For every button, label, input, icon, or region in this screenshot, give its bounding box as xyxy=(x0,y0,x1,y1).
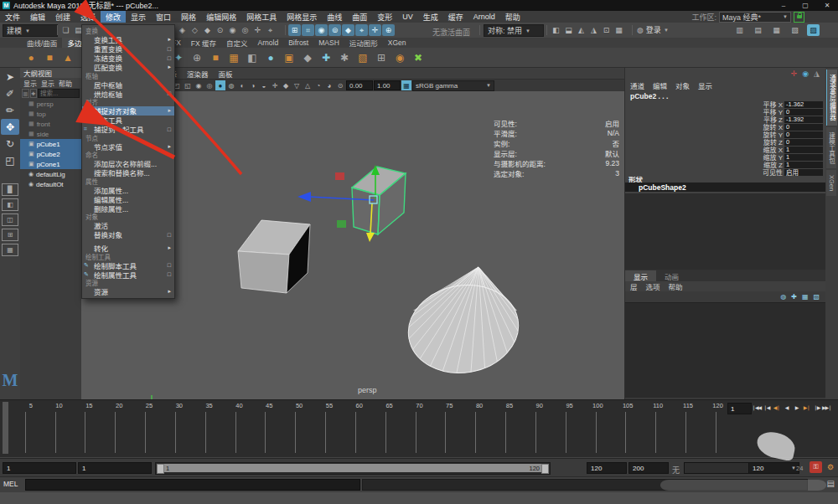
menu-bar-item[interactable]: 曲线 xyxy=(322,11,347,23)
outliner-item[interactable]: ▣ pCube1 xyxy=(20,139,81,149)
outliner-item[interactable]: ◉ defaultLig xyxy=(20,169,81,179)
colorspace-icon[interactable]: ▦ xyxy=(401,80,411,90)
shelf-tool-icon[interactable]: ● xyxy=(23,50,39,65)
auto-keyframe-button[interactable]: ⚿ xyxy=(810,461,822,473)
menu-item[interactable]: 变换工具 xyxy=(82,35,174,44)
menu-bar-item[interactable]: 编辑网格 xyxy=(201,11,241,23)
shelf-tool-icon[interactable]: ◆ xyxy=(300,50,315,65)
colorspace-dropdown[interactable]: sRGB gamma ▼ xyxy=(412,80,494,91)
menu-item[interactable]: 重置变换 xyxy=(82,44,174,54)
viewport-toolbar-icon[interactable]: ✛ xyxy=(270,80,280,90)
selection-mask-icon[interactable]: ◈ xyxy=(176,24,189,36)
selection-mask-icon[interactable]: ⊙ xyxy=(214,24,226,36)
shelf-tab[interactable]: 曲线/曲面 xyxy=(22,38,62,48)
viewport-toolbar-icon[interactable]: ● xyxy=(215,80,225,90)
outliner-item[interactable]: ▦ top xyxy=(20,109,81,119)
shelf-tab[interactable]: 运动图形 xyxy=(344,38,383,48)
menu-bar-item[interactable]: 变形 xyxy=(372,11,397,23)
menu-item[interactable]: 编辑属性... xyxy=(82,194,174,203)
layer-editor-menu-item[interactable]: 选项 xyxy=(646,281,660,291)
channel-value-field[interactable]: 0 xyxy=(784,109,823,116)
channel-box-menu-item[interactable]: 显示 xyxy=(698,80,712,90)
viewport-toolbar-icon[interactable]: ◔ xyxy=(313,80,323,90)
render-icon[interactable]: ⊡ xyxy=(600,24,613,36)
playback-button[interactable]: ❘▶ xyxy=(812,402,821,413)
snap-icon[interactable]: ⊚ xyxy=(328,24,341,36)
outliner-item[interactable]: ◉ defaultOt xyxy=(20,179,81,189)
shelf-tool-icon[interactable]: ▦ xyxy=(226,50,241,65)
close-button[interactable]: ✕ xyxy=(816,0,838,11)
selection-mask-icon[interactable]: ✛ xyxy=(251,24,264,36)
range-handle-right[interactable] xyxy=(541,464,549,474)
shelf-tool-icon[interactable]: ⊕ xyxy=(189,50,204,65)
snap-icon[interactable]: ◆ xyxy=(342,24,354,36)
outliner-item[interactable]: ▣ pCone1 xyxy=(20,159,81,169)
layout-button[interactable]: ▦ xyxy=(2,244,18,256)
mode-dropdown[interactable]: 建模 ▼ xyxy=(3,24,58,37)
layout-button[interactable]: ◧ xyxy=(2,198,18,211)
workspace-dropdown[interactable]: Maya 经典* ▼ xyxy=(719,12,791,23)
sign-in-control[interactable]: ◍ 登录 ▼ xyxy=(637,24,669,35)
sidebar-toggle-icon[interactable]: ▧ xyxy=(789,24,801,36)
object-name[interactable]: pCube2 . . . xyxy=(630,92,668,100)
playhead[interactable] xyxy=(3,402,8,454)
playback-end-field[interactable]: 120 xyxy=(587,462,627,474)
menu-bar-item[interactable]: 编辑 xyxy=(25,11,50,23)
render-icon[interactable]: ◧ xyxy=(550,24,562,36)
command-input[interactable] xyxy=(25,479,360,491)
menu-bar-item[interactable]: 网格 xyxy=(176,11,201,23)
outliner-menu-item[interactable]: 帮助 xyxy=(59,79,72,88)
channel-value-field[interactable]: 启用 xyxy=(784,169,823,176)
viewport-menu-item[interactable]: 面板 xyxy=(219,69,233,79)
shelf-tab[interactable]: FX 缓存 xyxy=(186,38,221,48)
shelf-tool-icon[interactable]: ■ xyxy=(208,50,223,65)
playback-button[interactable]: ▶❘ xyxy=(802,402,811,413)
sidebar-tab[interactable]: 建模工具包 xyxy=(826,127,836,169)
menu-item[interactable]: 添加层次名称前缀... xyxy=(82,159,174,168)
menu-bar-item[interactable]: 窗口 xyxy=(151,11,176,23)
menu-bar-item[interactable]: 选择 xyxy=(75,11,101,23)
layer-action-icon[interactable]: ▦ xyxy=(802,293,809,301)
time-slider[interactable]: 5 10 15 20 25 xyxy=(0,399,838,457)
current-frame-field[interactable]: 1 xyxy=(727,403,752,414)
outliner-item[interactable]: ▦ side xyxy=(20,129,81,139)
workspace-lock-button[interactable] xyxy=(794,12,804,23)
range-slider[interactable]: 1 120 xyxy=(155,462,551,475)
menu-bar-item[interactable]: 显示 xyxy=(126,11,151,23)
viewport-toolbar-icon[interactable]: ◆ xyxy=(281,80,291,90)
viewport-toolbar-icon[interactable]: ⊙ xyxy=(335,80,345,90)
channel-value-field[interactable]: 1 xyxy=(784,154,823,161)
menu-bar-item[interactable]: 文件 xyxy=(0,11,25,23)
playback-button[interactable]: ❘◀◀ xyxy=(752,402,761,413)
sidebar-toggle-icon[interactable]: ▦ xyxy=(770,24,783,36)
layer-editor-menu-item[interactable]: 帮助 xyxy=(669,281,683,291)
playback-button[interactable]: ▶ xyxy=(792,402,801,413)
sidebar-toggle-icon[interactable]: ▤ xyxy=(752,24,764,36)
snap-icon[interactable]: ⌖ xyxy=(355,24,368,36)
outliner-item[interactable]: ▣ pCube2 xyxy=(20,149,81,159)
menu-bar-item[interactable]: 曲面 xyxy=(347,11,372,23)
viewport-toolbar-icon[interactable]: ◑ xyxy=(248,80,258,90)
shelf-tab[interactable]: Arnold xyxy=(253,38,284,48)
layer-editor-menu-item[interactable]: 层 xyxy=(630,281,638,291)
playback-button[interactable]: ◀❘ xyxy=(772,402,781,413)
layer-action-icon[interactable]: ✚ xyxy=(791,293,797,301)
menu-item[interactable]: ⌖ 对齐工具 xyxy=(82,116,174,125)
shelf-tool-icon[interactable]: ◧ xyxy=(245,50,260,65)
sidebar-toggle-icon[interactable]: ▥ xyxy=(733,24,746,36)
selection-mask-icon[interactable]: ◇ xyxy=(189,24,201,36)
viewport-toolbar-icon[interactable]: ◒ xyxy=(259,80,269,90)
time-ruler[interactable]: 5 10 15 20 25 xyxy=(3,401,723,456)
channel-value-field[interactable]: 0 xyxy=(784,124,823,131)
sidebar-tab[interactable]: 通道盒/层编辑器 xyxy=(826,69,837,126)
playback-button[interactable]: ◀ xyxy=(782,402,791,413)
layer-editor-tab[interactable]: 动画 xyxy=(656,270,687,281)
viewport-toolbar-icon[interactable]: ◎ xyxy=(204,80,215,90)
menu-item[interactable]: 替换对象 xyxy=(82,230,174,239)
shelf-tool-icon[interactable]: ✚ xyxy=(318,50,334,65)
menu-bar-item[interactable]: UV xyxy=(397,11,418,23)
search-input[interactable] xyxy=(38,89,80,98)
menu-bar-item[interactable]: 帮助 xyxy=(500,11,525,23)
render-icon[interactable]: ▦ xyxy=(613,24,625,36)
menu-bar-item[interactable]: Arnold xyxy=(468,11,500,23)
